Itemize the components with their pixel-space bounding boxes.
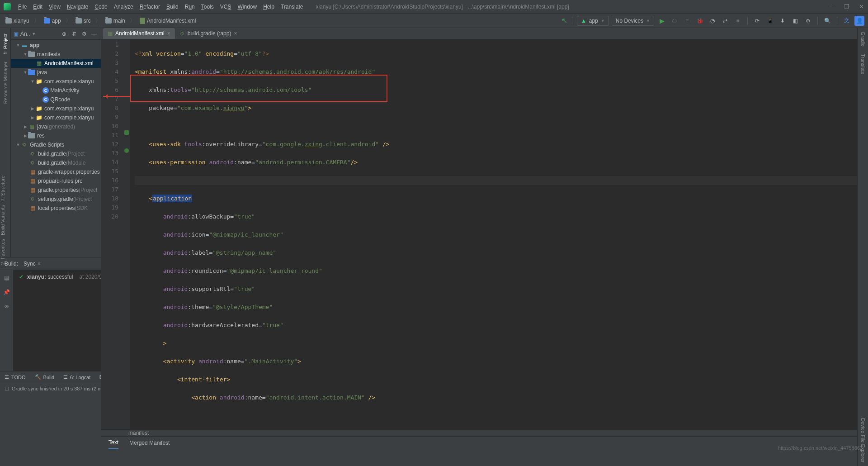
menu-navigate[interactable]: Navigate <box>64 2 91 11</box>
sync-button[interactable]: ⟳ <box>752 16 762 26</box>
breadcrumb-main[interactable]: main <box>104 17 127 25</box>
subtab-text[interactable]: Text <box>108 437 118 449</box>
target-icon[interactable]: ⊕ <box>60 31 68 37</box>
menu-build[interactable]: Build <box>164 2 181 11</box>
filter-icon[interactable]: ▤ <box>2 273 12 283</box>
settings-icon[interactable]: ⚙ <box>80 31 88 37</box>
tree-node-settings-gradle[interactable]: ⛭settings.gradle (Project <box>11 195 101 204</box>
apply-code-button[interactable]: ≡ <box>682 16 692 26</box>
window-title: xianyu [C:\Users\Administrator\AndroidSt… <box>316 4 828 10</box>
editor[interactable]: 1234567891011121314151617181920 <?xml ve… <box>101 39 868 429</box>
avd-button[interactable]: 📱 <box>765 16 775 26</box>
project-panel: ▣ An..▼ ⊕ ⇵ ⚙ — ▼▬app ▼manifests ▦Androi… <box>11 28 101 257</box>
android-view-icon: ▣ <box>14 31 19 37</box>
apply-changes-button[interactable]: ⭮ <box>670 16 679 26</box>
tree-node-manifest-file[interactable]: ▦AndroidManifest.xml <box>11 59 101 68</box>
debug-button[interactable]: 🐞 <box>695 16 705 26</box>
tree-node-mainactivity[interactable]: C MainActivity <box>11 86 101 95</box>
tree-node-local-props[interactable]: ▤local.properties (SDK <box>11 204 101 213</box>
menu-analyze[interactable]: Analyze <box>111 2 136 11</box>
right-tool-strip: Gradle Translate Device File Explorer <box>857 28 868 466</box>
folder-icon <box>105 18 112 24</box>
tree-node-qrcode[interactable]: C QRcode <box>11 95 101 104</box>
build-tab-sync[interactable]: Sync × <box>24 261 41 267</box>
subtab-merged[interactable]: Merged Manifest <box>129 437 170 449</box>
tool-gradle[interactable]: Gradle <box>860 32 866 47</box>
tool-favorites[interactable]: 2: Favorites <box>0 239 5 265</box>
minimize-button[interactable]: ― <box>829 3 835 10</box>
search-button[interactable]: 🔍 <box>822 16 832 26</box>
editor-tabs: ▦AndroidManifest.xml× ⛭build.gradle (:ap… <box>101 28 868 39</box>
gutter-icon[interactable] <box>124 130 129 135</box>
tool-build[interactable]: 🔨Build <box>35 374 54 380</box>
tool-translate[interactable]: Translate <box>860 54 866 74</box>
tree-node-java-gen[interactable]: ▶▦java (generated) <box>11 122 101 131</box>
tool-todo[interactable]: ☰TODO <box>5 374 26 380</box>
translate-icon[interactable]: 文 <box>842 16 852 26</box>
tree-node-package3[interactable]: ▶📁com.example.xianyu <box>11 113 101 122</box>
user-icon[interactable]: 👤 <box>854 16 864 26</box>
tool-build-variants[interactable]: Build Variants <box>0 205 5 235</box>
view-mode-label[interactable]: An.. <box>20 31 30 37</box>
hide-icon[interactable]: — <box>90 31 98 37</box>
maximize-button[interactable]: ❐ <box>844 3 850 10</box>
xml-file-icon <box>140 18 145 24</box>
breadcrumb-file[interactable]: AndroidManifest.xml <box>138 17 198 25</box>
tree-node-proguard[interactable]: ▤proguard-rules.pro <box>11 176 101 185</box>
menu-window[interactable]: Window <box>235 2 259 11</box>
sdk-button[interactable]: ⬇ <box>778 16 788 26</box>
app-logo-icon <box>4 3 11 10</box>
back-icon[interactable]: ↖ <box>561 16 567 25</box>
tree-node-app[interactable]: ▼▬app <box>11 41 101 50</box>
resource-button[interactable]: ◧ <box>790 16 800 26</box>
breadcrumb-root[interactable]: xianyu <box>4 17 31 25</box>
close-icon[interactable]: × <box>234 30 237 37</box>
breadcrumb-app[interactable]: app <box>42 17 63 25</box>
tool-logcat[interactable]: ☰6: Logcat <box>63 374 90 380</box>
gutter-icon[interactable] <box>124 148 129 153</box>
menu-edit[interactable]: Edit <box>30 2 45 11</box>
pin-icon[interactable]: 📌 <box>2 287 12 297</box>
check-icon: ✔ <box>19 274 24 280</box>
collapse-icon[interactable]: ⇵ <box>70 31 78 37</box>
menu-refactor[interactable]: Refactor <box>137 2 163 11</box>
tree-node-package[interactable]: ▼📁com.example.xianyu <box>11 77 101 86</box>
menu-vcs[interactable]: VCS <box>217 2 234 11</box>
tool-resource-manager[interactable]: Resource Manager <box>3 62 8 104</box>
tree-node-manifests[interactable]: ▼manifests <box>11 50 101 59</box>
tree-node-package2[interactable]: ▶📁com.example.xianyu <box>11 104 101 113</box>
menu-tools[interactable]: Tools <box>198 2 217 11</box>
tree-node-res[interactable]: ▶res <box>11 131 101 140</box>
tree-node-java[interactable]: ▼java <box>11 68 101 77</box>
tool-project[interactable]: 1: Project <box>3 33 8 54</box>
menu-file[interactable]: FFileile <box>15 2 29 11</box>
run-button[interactable]: ▶ <box>657 16 667 26</box>
run-config-selector[interactable]: ▲app▼ <box>577 16 609 26</box>
menu-view[interactable]: View <box>46 2 63 11</box>
tab-manifest[interactable]: ▦AndroidManifest.xml× <box>103 28 175 39</box>
tree-node-build-gradle-project[interactable]: ⛭build.gradle (Project <box>11 149 101 158</box>
stop-button[interactable]: ■ <box>733 16 743 26</box>
tool-structure[interactable]: 7: Structure <box>0 176 5 201</box>
tree-node-gradle-props[interactable]: ▤gradle.properties (Project <box>11 185 101 195</box>
folder-icon <box>5 18 12 24</box>
code-content[interactable]: <?xml version="1.0" encoding="utf-8"?> <… <box>130 39 863 429</box>
tool-device-explorer[interactable]: Device File Explorer <box>860 418 866 462</box>
close-icon[interactable]: × <box>167 30 170 37</box>
menu-translate[interactable]: Translate <box>278 2 306 11</box>
menu-run[interactable]: Run <box>182 2 198 11</box>
android-icon: ▲ <box>581 18 586 24</box>
tree-node-build-gradle-module[interactable]: ⛭build.gradle (Module <box>11 158 101 167</box>
device-selector[interactable]: No Devices▼ <box>612 16 654 26</box>
tree-node-gradle-scripts[interactable]: ▼⛭Gradle Scripts <box>11 140 101 149</box>
attach-debugger-button[interactable]: ⇄ <box>720 16 730 26</box>
tab-build-gradle[interactable]: ⛭build.gradle (:app)× <box>175 28 242 39</box>
menu-help[interactable]: Help <box>260 2 277 11</box>
close-button[interactable]: ✕ <box>858 3 864 10</box>
menu-code[interactable]: Code <box>92 2 110 11</box>
tree-node-gradle-wrapper[interactable]: ▤gradle-wrapper.properties <box>11 167 101 176</box>
profile-button[interactable]: ◔ <box>708 16 717 26</box>
breadcrumb-src[interactable]: src <box>74 17 93 25</box>
settings-button[interactable]: ⚙ <box>803 16 813 26</box>
eye-icon[interactable]: 👁 <box>2 302 12 312</box>
